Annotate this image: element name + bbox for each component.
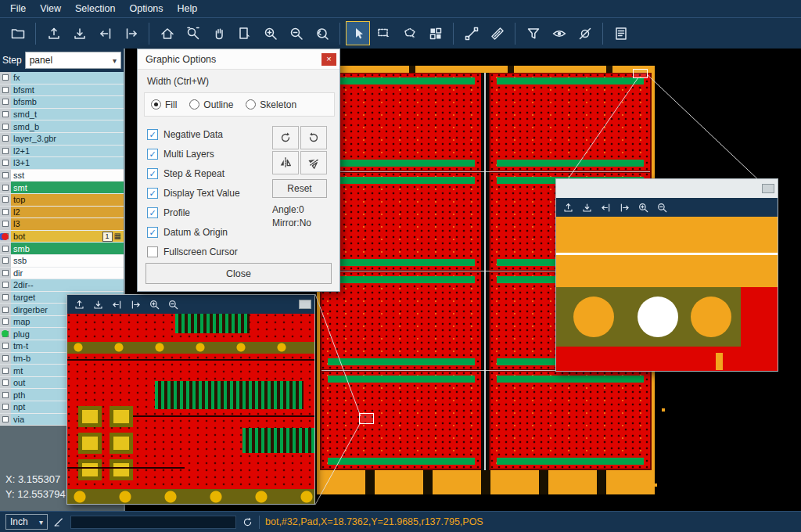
layer-checkbox[interactable] (2, 135, 9, 142)
zoom-window-button[interactable] (299, 300, 311, 309)
layer-checkbox[interactable] (2, 343, 9, 349)
toolbar-button-page-cursor[interactable] (232, 21, 257, 45)
checkbox-datum-origin[interactable]: Datum & Origin (147, 222, 266, 242)
layer-checkbox[interactable] (2, 257, 9, 264)
layer-checkbox[interactable] (2, 318, 9, 325)
layer-row-layer_3.gbr[interactable]: layer_3.gbr (0, 133, 124, 146)
unit-select[interactable]: Inch (5, 514, 48, 530)
layer-row-smb[interactable]: smb (0, 243, 124, 255)
layer-row-dir[interactable]: dir (0, 268, 124, 280)
menu-item-selection[interactable]: Selection (68, 0, 122, 17)
toolbar-button-tray-up[interactable] (41, 21, 66, 45)
toolbar-button-pan-hand[interactable] (207, 21, 231, 45)
checkbox-multi-layers[interactable]: Multi Layers (147, 144, 266, 164)
layer-row-smd_t[interactable]: smd_t (0, 109, 124, 121)
layer-row-smd_b[interactable]: smd_b (0, 120, 124, 133)
layer-row-top[interactable]: top (0, 194, 124, 207)
layer-checkbox[interactable] (2, 148, 9, 154)
layer-checkbox[interactable] (2, 416, 9, 422)
menu-item-help[interactable]: Help (171, 0, 205, 17)
layer-row-bot[interactable]: bot1 (0, 231, 124, 243)
zoom-window-right[interactable] (555, 178, 778, 372)
layer-checkbox[interactable] (2, 74, 9, 81)
layer-row-fx[interactable]: fx (0, 72, 124, 84)
layer-checkbox[interactable] (2, 196, 9, 203)
layer-checkbox[interactable] (2, 368, 9, 374)
dialog-close-button[interactable] (321, 53, 336, 66)
toolbar-button-zoom-out[interactable] (284, 21, 308, 45)
toolbar-button-cursor-select[interactable] (346, 21, 370, 45)
zoom-toolbar-tray-left[interactable] (108, 297, 125, 312)
layer-row-smt[interactable]: smt (0, 182, 124, 194)
layer-row-bfsmt[interactable]: bfsmt (0, 84, 124, 97)
layer-row-l2[interactable]: l2 (0, 207, 124, 219)
layer-checkbox[interactable] (2, 185, 9, 191)
menu-item-file[interactable]: File (3, 0, 33, 17)
mirror-vertical-button[interactable] (300, 151, 327, 174)
toolbar-button-tray-down[interactable] (67, 21, 92, 45)
layer-checkbox[interactable] (2, 246, 9, 252)
zoom-window-left[interactable] (66, 294, 315, 505)
layer-row-sst[interactable]: sst (0, 170, 124, 182)
toolbar-button-tray-right[interactable] (119, 21, 143, 45)
zoom-toolbar-tray-up[interactable] (559, 200, 577, 215)
step-select[interactable]: panel (25, 52, 121, 69)
toolbar-button-poly-select[interactable] (397, 21, 422, 45)
checkbox-negative-data[interactable]: Negative Data (147, 124, 266, 144)
zoom-toolbar-zoom-in[interactable] (634, 200, 652, 215)
zoom-toolbar-zoom-out[interactable] (653, 200, 670, 215)
zoom-toolbar-tray-right[interactable] (127, 297, 144, 312)
checkbox-fullscreen-cursor[interactable]: Fullscreen Cursor (147, 242, 266, 261)
layer-checkbox[interactable] (2, 99, 9, 105)
layer-checkbox[interactable] (2, 294, 9, 300)
zoom-toolbar-tray-down[interactable] (578, 200, 595, 215)
layer-row-bfsmb[interactable]: bfsmb (0, 96, 124, 109)
toolbar-button-home[interactable] (155, 21, 179, 45)
reset-button[interactable]: Reset (272, 179, 327, 198)
layer-row-l3+1[interactable]: l3+1 (0, 157, 124, 170)
radio-outline[interactable]: Outline (189, 99, 233, 110)
toolbar-button-report[interactable] (609, 21, 633, 45)
zoom-view-left[interactable] (67, 314, 314, 504)
zoom-window-button[interactable] (762, 184, 774, 193)
rotate-ccw-button[interactable] (300, 126, 327, 149)
layer-checkbox[interactable] (2, 111, 9, 117)
radio-skeleton[interactable]: Skeleton (246, 99, 296, 110)
layer-checkbox[interactable] (2, 392, 9, 398)
menu-item-view[interactable]: View (33, 0, 68, 17)
checkbox-step-repeat[interactable]: Step & Repeat (147, 164, 266, 183)
layer-checkbox[interactable] (2, 404, 9, 410)
zoom-toolbar-tray-up[interactable] (70, 297, 88, 312)
radio-fill[interactable]: Fill (151, 99, 177, 110)
toolbar-button-tray-left[interactable] (93, 21, 117, 45)
layer-row-l2+1[interactable]: l2+1 (0, 146, 124, 158)
dialog-title-bar[interactable]: Graphic Options (138, 49, 339, 70)
toolbar-button-open-folder[interactable] (5, 21, 30, 45)
layer-row-ssb[interactable]: ssb (0, 255, 124, 268)
layer-checkbox[interactable] (2, 221, 9, 227)
command-input[interactable] (70, 516, 236, 529)
toolbar-button-checker[interactable] (423, 21, 447, 45)
mirror-horizontal-button[interactable] (272, 151, 299, 174)
zoom-toolbar-tray-right[interactable] (616, 200, 633, 215)
toolbar-button-zoom-back[interactable] (310, 21, 334, 45)
menu-item-options[interactable]: Options (122, 0, 170, 17)
layer-checkbox[interactable] (2, 160, 9, 166)
close-button[interactable]: Close (145, 263, 332, 284)
checkbox-profile[interactable]: Profile (147, 203, 266, 222)
toolbar-button-line-tool[interactable] (459, 21, 483, 45)
checkbox-display-text-value[interactable]: Display Text Value (147, 183, 266, 203)
layer-checkbox[interactable] (2, 355, 9, 361)
toolbar-button-zoom-in[interactable] (258, 21, 282, 45)
toolbar-button-filter[interactable] (521, 21, 545, 45)
toolbar-button-ruler[interactable] (485, 21, 509, 45)
toolbar-button-rect-select[interactable] (372, 21, 396, 45)
zoom-toolbar-tray-down[interactable] (89, 297, 106, 312)
layer-checkbox[interactable] (2, 124, 9, 130)
layer-checkbox[interactable] (2, 209, 9, 215)
rotate-cw-button[interactable] (272, 126, 299, 149)
layer-checkbox[interactable] (2, 87, 9, 93)
layer-checkbox[interactable] (2, 270, 9, 276)
layer-checkbox[interactable] (2, 307, 9, 313)
toolbar-button-zoom-region[interactable] (181, 21, 205, 45)
